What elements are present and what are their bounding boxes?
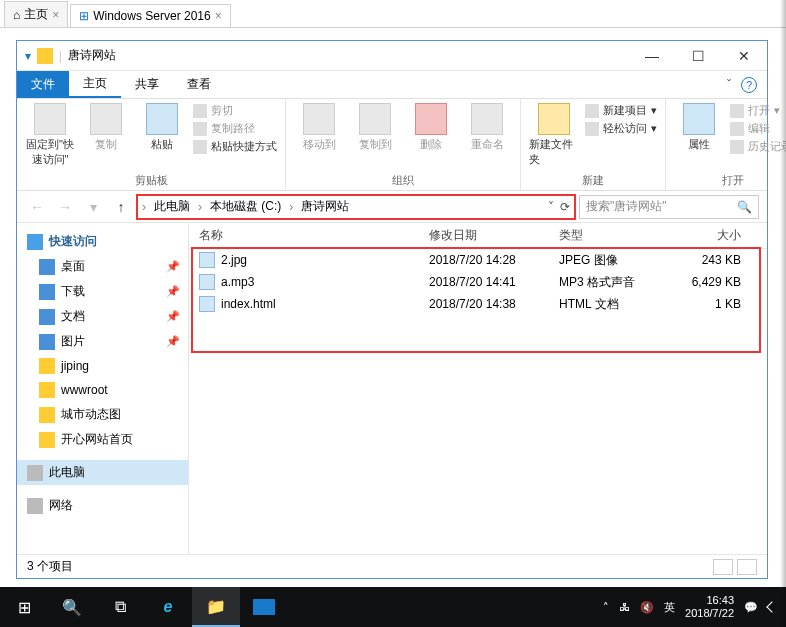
sidebar-item-jiping[interactable]: jiping: [17, 354, 188, 378]
properties-button[interactable]: 属性: [674, 103, 724, 152]
ribbon-collapse-icon[interactable]: ˇ: [727, 78, 731, 92]
chevron-down-icon[interactable]: ˅: [548, 200, 554, 214]
new-item-button[interactable]: 新建项目 ▾: [585, 103, 657, 118]
decorative-shadow: [780, 0, 786, 627]
ie-button[interactable]: e: [144, 587, 192, 627]
refresh-icon[interactable]: ⟳: [560, 200, 570, 214]
close-icon[interactable]: ×: [52, 8, 59, 22]
action-center-icon[interactable]: 💬: [744, 601, 758, 614]
ribbon-tab-row: 文件 主页 共享 查看 ˇ ?: [17, 71, 767, 99]
easy-access-icon: [585, 122, 599, 136]
edit-button[interactable]: 编辑: [730, 121, 786, 136]
sidebar-quick-access[interactable]: 快速访问: [17, 229, 188, 254]
help-icon[interactable]: ?: [741, 77, 757, 93]
new-folder-button[interactable]: 新建文件夹: [529, 103, 579, 167]
file-pane: 名称 修改日期 类型 大小 2.jpg 2018/7/20 14:28 JPEG…: [189, 223, 767, 554]
file-row[interactable]: index.html 2018/7/20 14:38 HTML 文档 1 KB: [189, 293, 767, 315]
icons-view-button[interactable]: [737, 559, 757, 575]
paste-shortcut-button[interactable]: 粘贴快捷方式: [193, 139, 277, 154]
chevron-right-icon[interactable]: ›: [142, 200, 146, 214]
pin-quick-access-button[interactable]: 固定到"快速访问": [25, 103, 75, 167]
app-button[interactable]: [240, 587, 288, 627]
task-view-button[interactable]: ⧉: [96, 587, 144, 627]
move-to-button[interactable]: 移动到: [294, 103, 344, 152]
back-button[interactable]: ←: [25, 195, 49, 219]
clock[interactable]: 16:43 2018/7/22: [685, 594, 734, 620]
chevron-down-icon: ▾: [651, 122, 657, 135]
status-bar: 3 个项目: [17, 554, 767, 578]
col-date[interactable]: 修改日期: [429, 227, 559, 244]
sound-icon[interactable]: 🔇: [640, 601, 654, 614]
sidebar-item-pictures[interactable]: 图片📌: [17, 329, 188, 354]
close-button[interactable]: ✕: [721, 41, 767, 71]
copy-path-button[interactable]: 复制路径: [193, 121, 277, 136]
minimize-button[interactable]: —: [629, 41, 675, 71]
folder-icon: [39, 358, 55, 374]
sidebar-item-wwwroot[interactable]: wwwroot: [17, 378, 188, 402]
maximize-button[interactable]: ☐: [675, 41, 721, 71]
ribbon-tab-home[interactable]: 主页: [69, 71, 121, 98]
show-desktop-button[interactable]: [766, 601, 777, 612]
qa-nav-icon[interactable]: ▾: [25, 49, 31, 63]
tray-expand-icon[interactable]: ˄: [603, 601, 609, 614]
sidebar-item-desktop[interactable]: 桌面📌: [17, 254, 188, 279]
file-row[interactable]: 2.jpg 2018/7/20 14:28 JPEG 图像 243 KB: [189, 249, 767, 271]
breadcrumb-seg[interactable]: 唐诗网站: [297, 198, 353, 215]
open-icon: [730, 104, 744, 118]
history-button[interactable]: 历史记录: [730, 139, 786, 154]
chevron-right-icon[interactable]: ›: [198, 200, 202, 214]
outer-tab-home[interactable]: ⌂ 主页 ×: [4, 1, 68, 27]
breadcrumb-seg[interactable]: 本地磁盘 (C:): [206, 198, 285, 215]
home-icon: ⌂: [13, 8, 20, 22]
file-row[interactable]: a.mp3 2018/7/20 14:41 MP3 格式声音 6,429 KB: [189, 271, 767, 293]
copy-to-button[interactable]: 复制到: [350, 103, 400, 152]
sidebar-item-happy[interactable]: 开心网站首页: [17, 427, 188, 452]
downloads-icon: [39, 284, 55, 300]
address-bar[interactable]: › 此电脑 › 本地磁盘 (C:) › 唐诗网站 ˅ ⟳: [137, 195, 575, 219]
search-button[interactable]: 🔍: [48, 587, 96, 627]
ribbon-tab-share[interactable]: 共享: [121, 71, 173, 98]
details-view-button[interactable]: [713, 559, 733, 575]
search-input[interactable]: 搜索"唐诗网站" 🔍: [579, 195, 759, 219]
html-file-icon: [199, 296, 215, 312]
up-button[interactable]: ↑: [109, 195, 133, 219]
ribbon-group-label: 新建: [529, 171, 657, 188]
recent-dropdown[interactable]: ▾: [81, 195, 105, 219]
sidebar-item-downloads[interactable]: 下载📌: [17, 279, 188, 304]
network-icon[interactable]: 🖧: [619, 601, 630, 613]
col-size[interactable]: 大小: [669, 227, 751, 244]
file-header: 名称 修改日期 类型 大小: [189, 223, 767, 249]
ime-indicator[interactable]: 英: [664, 600, 675, 615]
item-count: 3 个项目: [27, 558, 73, 575]
easy-access-button[interactable]: 轻松访问 ▾: [585, 121, 657, 136]
col-name[interactable]: 名称: [189, 227, 429, 244]
start-button[interactable]: ⊞: [0, 587, 48, 627]
close-icon[interactable]: ×: [215, 9, 222, 23]
ribbon-group-label: 打开: [674, 171, 786, 188]
ribbon-tab-file[interactable]: 文件: [17, 71, 69, 98]
chevron-right-icon[interactable]: ›: [289, 200, 293, 214]
copy-button[interactable]: 复制: [81, 103, 131, 152]
col-type[interactable]: 类型: [559, 227, 669, 244]
forward-button[interactable]: →: [53, 195, 77, 219]
paste-button[interactable]: 粘贴: [137, 103, 187, 152]
rename-button[interactable]: 重命名: [462, 103, 512, 152]
new-item-icon: [585, 104, 599, 118]
outer-tab-server[interactable]: ⊞ Windows Server 2016 ×: [70, 4, 230, 27]
taskbar: ⊞ 🔍 ⧉ e 📁 ˄ 🖧 🔇 英 16:43 2018/7/22 💬: [0, 587, 786, 627]
titlebar-sep: |: [59, 49, 62, 63]
pin-icon: 📌: [166, 335, 180, 348]
sidebar-item-documents[interactable]: 文档📌: [17, 304, 188, 329]
ribbon-tab-view[interactable]: 查看: [173, 71, 225, 98]
explorer-button[interactable]: 📁: [192, 587, 240, 627]
sidebar-network[interactable]: 网络: [17, 493, 188, 518]
sidebar-item-city[interactable]: 城市动态图: [17, 402, 188, 427]
cut-button[interactable]: 剪切: [193, 103, 277, 118]
open-button[interactable]: 打开 ▾: [730, 103, 786, 118]
path-icon: [193, 122, 207, 136]
pin-icon: [34, 103, 66, 135]
delete-button[interactable]: 删除: [406, 103, 456, 152]
sidebar-this-pc[interactable]: 此电脑: [17, 460, 188, 485]
breadcrumb-seg[interactable]: 此电脑: [150, 198, 194, 215]
ribbon-body: 固定到"快速访问" 复制 粘贴 剪切 复制路径 粘贴快捷方式 剪贴板: [17, 99, 767, 191]
